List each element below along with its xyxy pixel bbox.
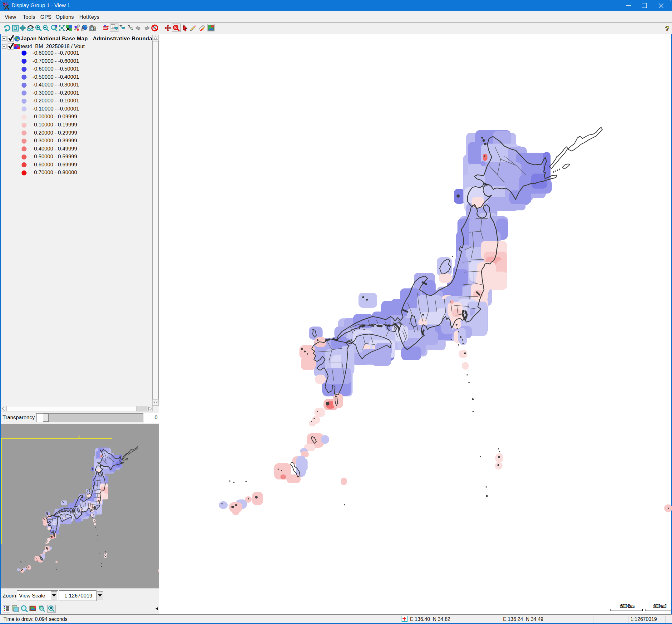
svg-text:?: ? <box>665 25 669 32</box>
svg-text:?: ? <box>128 24 130 29</box>
svg-text:100 mi: 100 mi <box>653 604 666 608</box>
svg-text:MJ: MJ <box>3 2 7 6</box>
svg-text:1: 1 <box>112 25 114 28</box>
svg-text:200 km: 200 km <box>620 604 634 608</box>
